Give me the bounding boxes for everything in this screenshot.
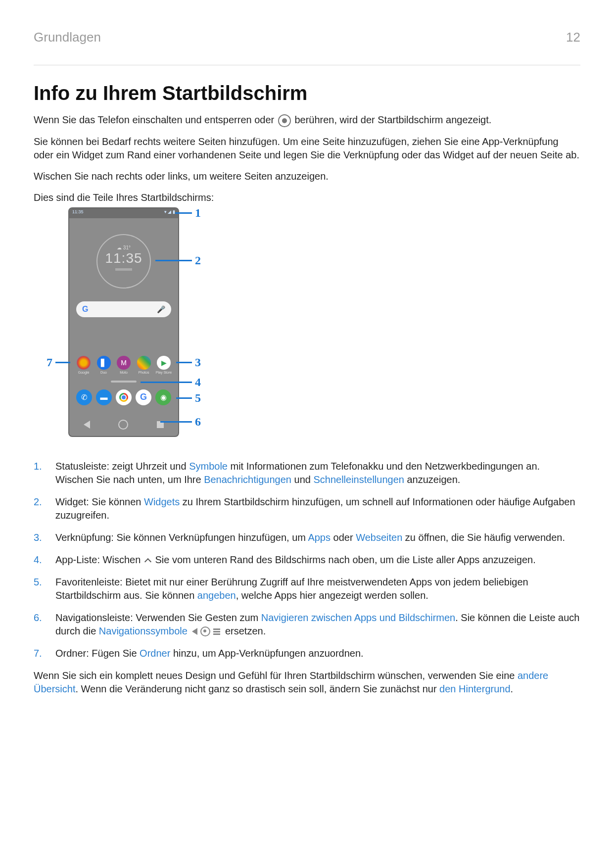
mic-icon: 🎤 <box>157 305 165 313</box>
app-shortcut: ▋Duo <box>94 356 113 374</box>
camera-icon: ◉ <box>155 389 171 405</box>
google-folder-icon <box>77 356 91 370</box>
page-title: Info zu Ihrem Startbildschirm <box>34 82 580 104</box>
legend-number: 1. <box>34 460 47 486</box>
shortcut-row: Google ▋Duo MMoto Photos ▶Play Store <box>74 356 173 374</box>
search-bar: G 🎤 <box>76 301 171 317</box>
moto-icon: M <box>117 356 131 370</box>
app-shortcut: ▶Play Store <box>154 356 173 374</box>
legend-item: 7.Ordner: Fügen Sie Ordner hinzu, um App… <box>34 647 580 660</box>
doc-link[interactable]: Apps <box>308 532 331 543</box>
status-icons: ▾ ◢ ▮ <box>164 209 175 217</box>
legend-number: 4. <box>34 553 47 567</box>
outro: Wenn Sie sich ein komplett neues Design … <box>34 669 580 696</box>
app-list-handle <box>111 381 137 383</box>
nav-icons-inline <box>192 627 220 636</box>
outro-b: . Wenn die Veränderung nicht ganz so dra… <box>75 683 439 694</box>
intro-p1: Wenn Sie das Telefon einschalten und ent… <box>34 113 580 127</box>
doc-link[interactable]: Navigationssymbole <box>99 626 188 636</box>
google-g-icon: G <box>82 305 88 314</box>
callout-4: 4 <box>195 376 201 389</box>
link-wallpaper[interactable]: den Hintergrund <box>439 683 510 694</box>
chrome-icon <box>116 389 132 405</box>
manual-page: Grundlagen 12 Info zu Ihrem Startbildsch… <box>0 0 614 868</box>
legend-text: Navigationsleiste: Verwenden Sie Gesten … <box>55 611 580 638</box>
intro-p1b: berühren, wird der Startbildschirm angez… <box>294 114 491 125</box>
legend-text: Verknüpfung: Sie können Verknüpfungen hi… <box>55 531 565 544</box>
weather-text: ☁ 31° <box>97 245 150 250</box>
phone-app-icon: ✆ <box>76 389 92 405</box>
intro-p1a: Wenn Sie das Telefon einschalten und ent… <box>34 114 277 125</box>
legend-item: 2.Widget: Sie können Widgets zu Ihrem St… <box>34 495 580 522</box>
callout-7: 7 <box>47 356 52 369</box>
homescreen-diagram: 11:35 ▾ ◢ ▮ ☁ 31° 11:35 G 🎤 Google ▋Duo … <box>48 207 217 445</box>
legend-number: 3. <box>34 531 47 544</box>
clock-date-bar <box>115 268 132 271</box>
page-header: Grundlagen 12 <box>34 30 580 45</box>
legend-item: 1.Statusleiste: zeigt Uhrzeit und Symbol… <box>34 460 580 486</box>
favorites-tray: ✆ ▬ G ◉ <box>76 389 171 405</box>
nav-home-icon <box>118 420 128 430</box>
doc-link[interactable]: Schnelleinstellungen <box>313 474 404 485</box>
intro-p4: Dies sind die Teile Ihres Startbildschir… <box>34 191 580 204</box>
doc-link[interactable]: Benachrichtigungen <box>204 474 291 485</box>
intro-p2: Sie können bei Bedarf rechts weitere Sei… <box>34 135 580 162</box>
home-icon <box>278 114 291 127</box>
legend-item: 4.App-Liste: Wischen Sie vom unteren Ran… <box>34 553 580 567</box>
clock-time: 11:35 <box>97 250 150 266</box>
duo-icon: ▋ <box>97 356 111 370</box>
legend-text: App-Liste: Wischen Sie vom unteren Rand … <box>55 553 536 567</box>
callout-6: 6 <box>195 415 201 429</box>
doc-link[interactable]: Webseiten <box>356 532 402 543</box>
callout-5: 5 <box>195 391 201 405</box>
chevron-up-icon <box>144 556 151 563</box>
callout-3: 3 <box>195 356 201 369</box>
outro-c: . <box>511 683 514 694</box>
status-bar: 11:35 ▾ ◢ ▮ <box>69 208 178 218</box>
photos-icon <box>137 356 151 370</box>
play-icon: ▶ <box>157 356 171 370</box>
outro-a: Wenn Sie sich ein komplett neues Design … <box>34 670 518 681</box>
nav-back-icon <box>192 628 197 635</box>
callout-1: 1 <box>195 206 201 220</box>
clock-widget: ☁ 31° 11:35 <box>96 234 151 289</box>
legend-text: Statusleiste: zeigt Uhrzeit und Symbole … <box>55 460 580 486</box>
messages-icon: ▬ <box>96 389 112 405</box>
nav-back-icon <box>84 421 90 429</box>
doc-link[interactable]: Widgets <box>144 496 180 507</box>
nav-recent-icon <box>213 628 220 635</box>
doc-link[interactable]: Navigieren zwischen Apps und Bildschirme… <box>261 612 455 623</box>
phone-mock: 11:35 ▾ ◢ ▮ ☁ 31° 11:35 G 🎤 Google ▋Duo … <box>68 207 179 437</box>
navigation-bar <box>69 413 178 436</box>
app-shortcut: Photos <box>135 356 153 374</box>
legend-number: 2. <box>34 495 47 522</box>
callout-2: 2 <box>195 254 201 267</box>
doc-link[interactable]: Symbole <box>189 461 228 472</box>
status-time: 11:35 <box>72 209 84 217</box>
app-shortcut: Google <box>74 356 93 374</box>
legend-text: Widget: Sie können Widgets zu Ihrem Star… <box>55 495 580 522</box>
page-number: 12 <box>566 30 580 45</box>
app-shortcut: MMoto <box>114 356 133 374</box>
legend-text: Favoritenleiste: Bietet mit nur einer Be… <box>55 576 580 602</box>
section-name: Grundlagen <box>34 30 101 45</box>
legend-number: 7. <box>34 647 47 660</box>
legend-item: 3.Verknüpfung: Sie können Verknüpfungen … <box>34 531 580 544</box>
legend-item: 6.Navigationsleiste: Verwenden Sie Geste… <box>34 611 580 638</box>
google-go-icon: G <box>136 389 151 405</box>
header-rule <box>34 65 580 65</box>
doc-link[interactable]: angeben <box>197 590 236 601</box>
legend-list: 1.Statusleiste: zeigt Uhrzeit und Symbol… <box>34 460 580 660</box>
legend-text: Ordner: Fügen Sie Ordner hinzu, um App-V… <box>55 647 364 660</box>
legend-number: 6. <box>34 611 47 638</box>
intro-p3: Wischen Sie nach rechts oder links, um w… <box>34 170 580 183</box>
legend-number: 5. <box>34 576 47 602</box>
doc-link[interactable]: Ordner <box>140 648 170 659</box>
legend-item: 5.Favoritenleiste: Bietet mit nur einer … <box>34 576 580 602</box>
nav-home-icon <box>200 627 210 636</box>
